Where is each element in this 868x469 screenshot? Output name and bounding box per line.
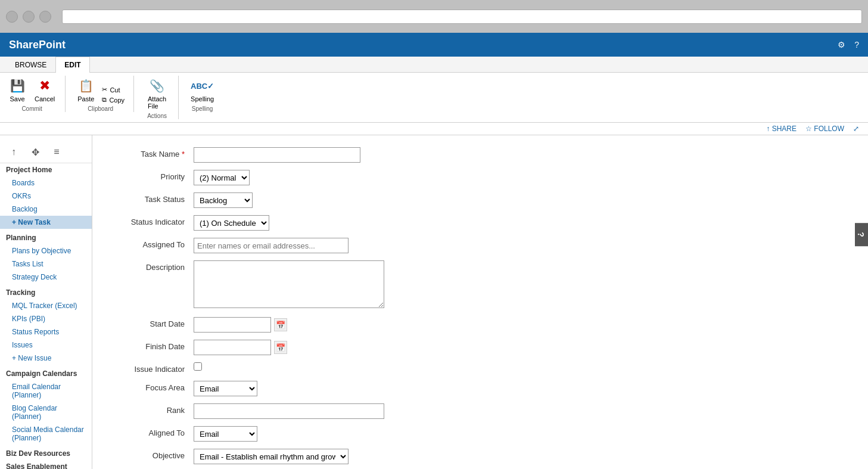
ribbon-spelling-button[interactable]: ABC✓ Spelling [188, 76, 217, 104]
ribbon-group-clipboard: 📋 Paste ✂ Cut ⧉ Copy Clipboard [74, 76, 134, 112]
sidebar-item-backlog[interactable]: Backlog [0, 203, 92, 216]
actions-buttons: 📎 AttachFile [145, 76, 169, 111]
sidebar-item-social-calendar[interactable]: Social Media Calendar (Planner) [0, 423, 92, 445]
form-row-start-date: Start Date 📅 [110, 317, 850, 333]
list-icon[interactable]: ≡ [49, 144, 64, 160]
gear-icon[interactable]: ⚙ [838, 40, 845, 49]
cut-copy-buttons: ✂ Cut ⧉ Copy [100, 85, 126, 104]
ribbon-save-button[interactable]: 💾 Save [6, 76, 29, 104]
label-priority: Priority [110, 170, 194, 181]
label-rank: Rank [110, 403, 194, 415]
label-task-status: Task Status [110, 192, 194, 204]
ribbon-cut-button[interactable]: ✂ Cut [100, 85, 126, 94]
help-icon[interactable]: ? [854, 40, 859, 49]
fullscreen-button[interactable]: ⤢ [853, 125, 859, 133]
status-indicator-control: (1) On Schedule (2) At Risk (3) Off Trac… [194, 215, 384, 231]
window-control-close[interactable] [6, 11, 18, 23]
sidebar-item-plans-by-objective[interactable]: Plans by Objective [0, 244, 92, 257]
move-icon[interactable]: ✥ [27, 144, 43, 160]
form-row-description: Description [110, 260, 850, 310]
ribbon-group-spelling: ABC✓ Spelling Spelling [188, 76, 224, 112]
label-aligned-to: Aligned To [110, 426, 194, 437]
issue-indicator-control [194, 362, 384, 372]
address-bar[interactable] [62, 10, 862, 24]
spelling-buttons: ABC✓ Spelling [188, 76, 217, 104]
follow-button[interactable]: ☆ FOLLOW [805, 125, 844, 133]
form-row-objective: Objective Email - Establish email rhythm… [110, 449, 850, 464]
finish-date-input[interactable] [194, 340, 271, 355]
sidebar-item-biz-dev[interactable]: Biz Dev Resources [0, 447, 92, 460]
finish-date-control: 📅 [194, 340, 384, 355]
start-date-row: 📅 [194, 317, 384, 333]
status-indicator-select[interactable]: (1) On Schedule (2) At Risk (3) Off Trac… [194, 215, 269, 231]
task-name-control [194, 147, 384, 163]
form-row-finish-date: Finish Date 📅 [110, 340, 850, 355]
sidebar-section-planning: Planning [0, 231, 92, 244]
attach-icon: 📎 [149, 77, 166, 94]
start-date-input[interactable] [194, 317, 271, 333]
ribbon-paste-button[interactable]: 📋 Paste [74, 76, 97, 104]
finish-date-calendar-icon[interactable]: 📅 [274, 341, 287, 354]
description-control [194, 260, 384, 310]
aligned-to-select[interactable]: Email Blog Social Media [194, 426, 257, 442]
assigned-to-control [194, 238, 384, 253]
sidebar-item-mql-tracker[interactable]: MQL Tracker (Excel) [0, 299, 92, 312]
form-row-task-status: Task Status Backlog In Progress Done Blo… [110, 192, 850, 208]
sidebar-item-status-reports[interactable]: Status Reports [0, 325, 92, 338]
ribbon-copy-button[interactable]: ⧉ Copy [100, 95, 126, 104]
cut-icon: ✂ [102, 86, 107, 94]
task-name-input[interactable] [194, 147, 360, 163]
focus-area-select[interactable]: Email Blog Social Media Events [194, 381, 257, 396]
tab-browse[interactable]: BROWSE [6, 57, 55, 73]
priority-select[interactable]: (2) Normal (1) High (3) Low [194, 170, 250, 185]
objective-select[interactable]: Email - Establish email rhythm and grow … [194, 449, 349, 464]
ribbon: BROWSE EDIT 💾 Save ✖ Cancel Commit 📋 [0, 57, 868, 123]
ribbon-attach-button[interactable]: 📎 AttachFile [145, 76, 169, 111]
start-date-calendar-icon[interactable]: 📅 [274, 318, 287, 331]
sidebar-item-strategy-deck[interactable]: Strategy Deck [0, 271, 92, 284]
label-task-name: Task Name [110, 147, 194, 159]
rank-input[interactable] [194, 403, 384, 419]
assigned-to-input[interactable] [194, 238, 349, 253]
sidebar-item-kpis-pbi[interactable]: KPIs (PBI) [0, 312, 92, 325]
ribbon-cancel-button[interactable]: ✖ Cancel [32, 76, 58, 104]
task-status-select[interactable]: Backlog In Progress Done Blocked [194, 192, 253, 208]
sp-header-icons: ⚙ ? [838, 40, 859, 49]
help-tab[interactable]: ? [855, 223, 868, 247]
sp-title: SharePoint [9, 39, 66, 51]
sidebar-item-sales-docs[interactable]: Sales Enablement Docs [0, 460, 92, 469]
share-arrow-icon: ↑ [766, 125, 770, 133]
upload-icon[interactable]: ↑ [6, 144, 21, 160]
sidebar-item-new-task[interactable]: + New Task [0, 216, 92, 229]
save-icon: 💾 [9, 77, 26, 94]
sidebar-item-tasks-list[interactable]: Tasks List [0, 257, 92, 271]
sidebar-item-email-calendar[interactable]: Email Calendar (Planner) [0, 380, 92, 402]
label-issue-indicator: Issue Indicator [110, 362, 194, 374]
form-row-task-name: Task Name [110, 147, 850, 163]
title-bar [0, 0, 868, 33]
form-row-issue-indicator: Issue Indicator [110, 362, 850, 374]
share-button[interactable]: ↑ SHARE [766, 125, 797, 133]
copy-icon: ⧉ [102, 96, 107, 104]
label-focus-area: Focus Area [110, 381, 194, 392]
window-control-minimize[interactable] [23, 11, 35, 23]
description-textarea[interactable] [194, 260, 384, 308]
form-row-priority: Priority (2) Normal (1) High (3) Low [110, 170, 850, 185]
quick-icons: ↑ ✥ ≡ [0, 141, 92, 163]
label-finish-date: Finish Date [110, 340, 194, 351]
sidebar-item-issues[interactable]: Issues [0, 338, 92, 352]
clipboard-buttons: 📋 Paste ✂ Cut ⧉ Copy [74, 76, 126, 104]
sidebar-item-okrs[interactable]: OKRs [0, 190, 92, 203]
sidebar-item-boards[interactable]: Boards [0, 176, 92, 190]
share-bar: ↑ SHARE ☆ FOLLOW ⤢ [0, 123, 868, 135]
tab-edit[interactable]: EDIT [55, 57, 89, 73]
sidebar-item-blog-calendar[interactable]: Blog Calendar (Planner) [0, 402, 92, 423]
window-control-maximize[interactable] [39, 11, 51, 23]
issue-indicator-checkbox[interactable] [194, 362, 202, 371]
sidebar-item-project-home[interactable]: Project Home [0, 163, 92, 176]
sidebar-item-new-issue[interactable]: + New Issue [0, 352, 92, 365]
ribbon-group-actions: 📎 AttachFile Actions [143, 76, 179, 119]
ribbon-content: 💾 Save ✖ Cancel Commit 📋 Paste ✂ [0, 73, 868, 122]
form-row-focus-area: Focus Area Email Blog Social Media Event… [110, 381, 850, 396]
attach-label: AttachFile [148, 95, 166, 110]
